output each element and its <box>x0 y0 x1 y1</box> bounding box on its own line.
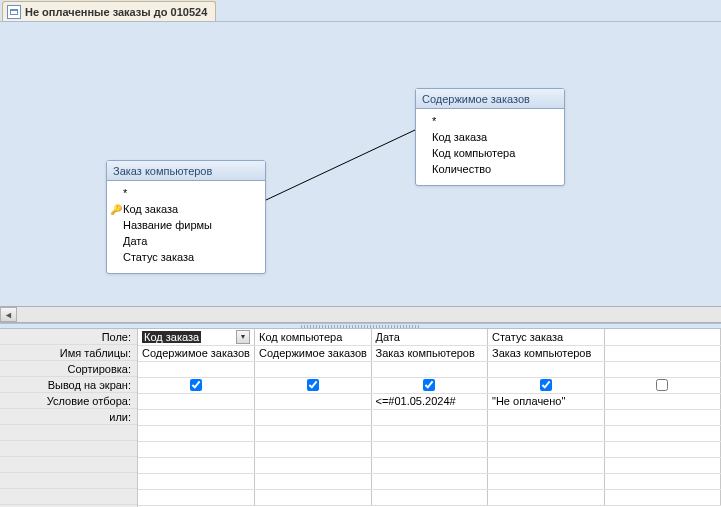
field-row[interactable]: 🔑 Код заказа <box>109 201 263 217</box>
show-checkbox[interactable] <box>540 379 552 391</box>
cell-or[interactable] <box>138 409 255 425</box>
cell-field[interactable]: Код заказа ▾ <box>138 329 255 345</box>
cell-show[interactable] <box>255 377 372 393</box>
cell-blank[interactable] <box>255 457 372 473</box>
cell-show[interactable] <box>371 377 488 393</box>
cell-table[interactable] <box>604 345 721 361</box>
cell-sort[interactable] <box>371 361 488 377</box>
field-asterisk[interactable]: * <box>109 185 263 201</box>
cell-blank[interactable] <box>138 473 255 489</box>
cell-blank[interactable] <box>604 489 721 505</box>
cell-show[interactable] <box>138 377 255 393</box>
table-box-header[interactable]: Заказ компьютеров <box>107 161 265 181</box>
table-box-left[interactable]: Заказ компьютеров * 🔑 Код заказа Названи… <box>106 160 266 274</box>
cell-show[interactable] <box>488 377 605 393</box>
cell-blank[interactable] <box>371 425 488 441</box>
cell-blank[interactable] <box>255 489 372 505</box>
chevron-down-icon[interactable]: ▾ <box>236 330 250 344</box>
row-labels: Поле: Имя таблицы: Сортировка: Вывод на … <box>0 329 138 507</box>
cell-criteria[interactable] <box>138 393 255 409</box>
cell-blank[interactable] <box>604 457 721 473</box>
cell-blank[interactable] <box>604 473 721 489</box>
cell-blank[interactable] <box>488 457 605 473</box>
cell-field[interactable] <box>604 329 721 345</box>
table-box-body: * 🔑 Код заказа Название фирмы Дата Стату… <box>107 181 265 273</box>
cell-blank[interactable] <box>138 489 255 505</box>
label-blank <box>0 457 137 473</box>
cell-criteria[interactable] <box>255 393 372 409</box>
show-checkbox[interactable] <box>656 379 668 391</box>
scroll-left-icon[interactable]: ◄ <box>0 307 17 322</box>
query-tab[interactable]: Не оплаченные заказы до 010524 <box>2 1 216 21</box>
cell-sort[interactable] <box>255 361 372 377</box>
field-row[interactable]: Дата <box>109 233 263 249</box>
show-checkbox[interactable] <box>307 379 319 391</box>
cell-blank[interactable] <box>371 457 488 473</box>
cell-blank[interactable] <box>488 473 605 489</box>
cell-value: Содержимое заказов <box>142 347 250 359</box>
cell-blank[interactable] <box>255 441 372 457</box>
cell-blank[interactable] <box>604 425 721 441</box>
label-table: Имя таблицы: <box>0 345 137 361</box>
cell-blank[interactable] <box>371 473 488 489</box>
cell-sort[interactable] <box>604 361 721 377</box>
cell-blank[interactable] <box>488 441 605 457</box>
cell-table[interactable]: Заказ компьютеров <box>371 345 488 361</box>
svg-line-0 <box>266 130 415 200</box>
cell-value: "Не оплачено" <box>492 395 565 407</box>
cell-blank[interactable] <box>138 441 255 457</box>
cell-table[interactable]: Заказ компьютеров <box>488 345 605 361</box>
field-asterisk[interactable]: * <box>418 113 562 129</box>
label-field: Поле: <box>0 329 137 345</box>
cell-criteria[interactable] <box>604 393 721 409</box>
cell-field[interactable]: Статус заказа <box>488 329 605 345</box>
cell-sort[interactable] <box>488 361 605 377</box>
query-icon <box>7 5 21 19</box>
key-icon: 🔑 <box>110 204 122 215</box>
show-checkbox[interactable] <box>190 379 202 391</box>
cell-value: Дата <box>376 331 400 343</box>
label-or: или: <box>0 409 137 425</box>
cell-blank[interactable] <box>488 489 605 505</box>
cell-blank[interactable] <box>371 489 488 505</box>
label-blank <box>0 473 137 489</box>
cell-table[interactable]: Содержимое заказов <box>255 345 372 361</box>
cell-field[interactable]: Дата <box>371 329 488 345</box>
cell-blank[interactable] <box>138 425 255 441</box>
cell-or[interactable] <box>488 409 605 425</box>
cell-or[interactable] <box>604 409 721 425</box>
label-criteria: Условие отбора: <box>0 393 137 409</box>
cell-criteria[interactable]: "Не оплачено" <box>488 393 605 409</box>
table-box-header[interactable]: Содержимое заказов <box>416 89 564 109</box>
cell-show[interactable] <box>604 377 721 393</box>
cell-blank[interactable] <box>255 425 372 441</box>
cell-or[interactable] <box>371 409 488 425</box>
cell-blank[interactable] <box>604 441 721 457</box>
cell-sort[interactable] <box>138 361 255 377</box>
diagram-scrollbar[interactable]: ◄ <box>0 306 721 323</box>
cell-field[interactable]: Код компьютера <box>255 329 372 345</box>
scroll-track[interactable] <box>17 307 721 322</box>
cell-value: Код компьютера <box>259 331 342 343</box>
cell-blank[interactable] <box>138 457 255 473</box>
field-row[interactable]: Количество <box>418 161 562 177</box>
label-blank <box>0 441 137 457</box>
cell-blank[interactable] <box>371 441 488 457</box>
cell-value: Код заказа <box>142 331 201 343</box>
cell-or[interactable] <box>255 409 372 425</box>
cell-blank[interactable] <box>255 473 372 489</box>
field-row[interactable]: Код заказа <box>418 129 562 145</box>
table-box-right[interactable]: Содержимое заказов * Код заказа Код комп… <box>415 88 565 186</box>
pane-splitter[interactable] <box>0 323 721 329</box>
show-checkbox[interactable] <box>423 379 435 391</box>
cell-value: Содержимое заказов <box>259 347 367 359</box>
cell-blank[interactable] <box>488 425 605 441</box>
field-row[interactable]: Статус заказа <box>109 249 263 265</box>
label-blank <box>0 425 137 441</box>
diagram-area[interactable]: Заказ компьютеров * 🔑 Код заказа Названи… <box>0 22 721 306</box>
cell-table[interactable]: Содержимое заказов <box>138 345 255 361</box>
field-row[interactable]: Код компьютера <box>418 145 562 161</box>
field-row[interactable]: Название фирмы <box>109 217 263 233</box>
label-blank <box>0 489 137 505</box>
cell-criteria[interactable]: <=#01.05.2024# <box>371 393 488 409</box>
